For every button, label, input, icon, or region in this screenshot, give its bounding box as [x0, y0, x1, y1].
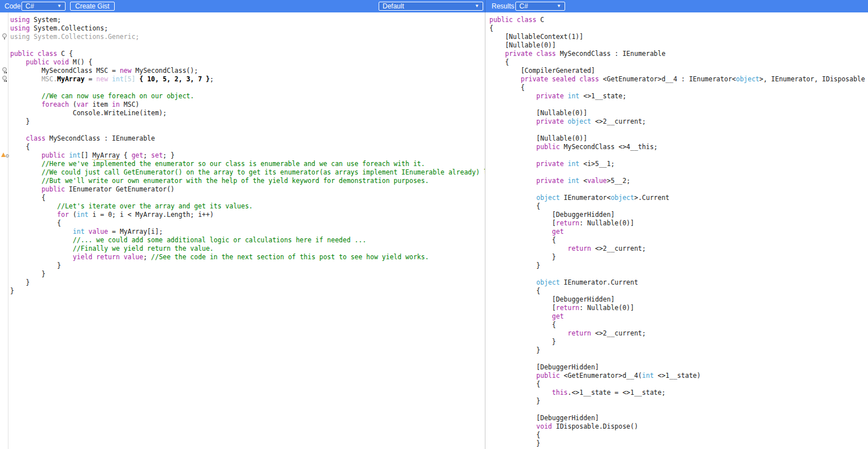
- code-line: object IEnumerator<object>.Current: [489, 194, 868, 202]
- code-line: }: [489, 439, 868, 448]
- code-line: return <>2__current;: [489, 245, 868, 253]
- code-line: using System.Collections;: [10, 24, 485, 33]
- code-line: }: [489, 253, 868, 261]
- lightbulb-plus-icon[interactable]: [1, 76, 8, 82]
- results-section-label: Results: [492, 0, 514, 12]
- code-line: [DebuggerHidden]: [489, 414, 868, 422]
- code-line: [489, 185, 868, 194]
- code-line: private object <>2__current;: [489, 117, 868, 126]
- code-language-value: C#: [25, 2, 34, 10]
- code-line: }: [10, 278, 485, 287]
- code-line: [10, 126, 485, 134]
- toolbar: Code C# ▼ Create Gist Default ▼ Results …: [0, 0, 868, 12]
- code-line: }: [489, 346, 868, 355]
- create-gist-button[interactable]: Create Gist: [70, 2, 115, 11]
- warning-lightbulb-icon[interactable]: [1, 152, 8, 159]
- code-line: [DebuggerHidden]: [489, 211, 868, 219]
- code-line: [return: Nullable(0)]: [489, 219, 868, 228]
- code-line: using System;: [10, 16, 485, 24]
- code-line: [Nullable(0)]: [489, 41, 868, 50]
- main-area: using System;using System.Collections;us…: [0, 12, 868, 449]
- code-language-select[interactable]: C# ▼: [21, 2, 66, 11]
- code-line: Console.WriteLine(item);: [10, 109, 485, 117]
- code-line: private int <>1__state;: [489, 92, 868, 101]
- code-line: [CompilerGenerated]: [489, 67, 868, 75]
- code-line: {: [10, 194, 485, 202]
- code-line: [489, 101, 868, 109]
- code-line: {: [489, 236, 868, 245]
- header-divider: [485, 0, 485, 12]
- code-line: get: [489, 312, 868, 321]
- code-line: //We can now use foreach on our object.: [10, 92, 485, 101]
- code-line: }: [10, 117, 485, 126]
- code-editor[interactable]: using System;using System.Collections;us…: [10, 16, 485, 295]
- code-line: object IEnumerator.Current: [489, 278, 868, 287]
- code-line: int value = MyArray[i];: [10, 228, 485, 236]
- code-line: {: [489, 84, 868, 92]
- code-line: [489, 151, 868, 160]
- lightbulb-plus-icon[interactable]: [1, 67, 8, 74]
- code-line: {: [489, 58, 868, 67]
- results-language-select[interactable]: C# ▼: [515, 2, 565, 11]
- code-line: foreach (var item in MSC): [10, 101, 485, 109]
- code-line: yield return value; //See the code in th…: [10, 253, 485, 261]
- code-line: [DebuggerHidden]: [489, 363, 868, 372]
- code-line: [return: Nullable(0)]: [489, 304, 868, 312]
- code-line: return <>2__current;: [489, 329, 868, 338]
- code-section-label: Code: [5, 0, 21, 12]
- code-line: private int <value>5__2;: [489, 177, 868, 185]
- code-line: {: [10, 143, 485, 151]
- code-line: //But we'll write our own enumerator wit…: [10, 177, 485, 185]
- code-line: //Finally we yield return the value.: [10, 245, 485, 253]
- lightbulb-icon[interactable]: [1, 33, 8, 40]
- code-line: void IDisposable.Dispose(): [489, 422, 868, 431]
- code-line: }: [10, 270, 485, 278]
- code-line: [Nullable(0)]: [489, 134, 868, 143]
- code-editor-panel[interactable]: using System;using System.Collections;us…: [0, 12, 485, 449]
- chevron-down-icon: ▼: [57, 2, 62, 10]
- code-line: [489, 126, 868, 134]
- code-line: {: [489, 431, 868, 439]
- code-line: get: [489, 228, 868, 236]
- code-line: }: [489, 397, 868, 406]
- code-line: //We could just call GetEnumerator() on …: [10, 168, 485, 177]
- code-line: {: [489, 321, 868, 329]
- code-line: }: [10, 261, 485, 270]
- code-line: private sealed class <GetEnumerator>d__4…: [489, 75, 868, 84]
- code-line: MySecondClass MSC = new MySecondClass();: [10, 67, 485, 75]
- code-line: }: [489, 261, 868, 270]
- code-line: {: [489, 202, 868, 211]
- code-line: }: [10, 287, 485, 295]
- code-line: using System.Collections.Generic;: [10, 33, 485, 41]
- code-line: MSC.MyArray = new int[5] { 10, 5, 2, 3, …: [10, 75, 485, 84]
- code-line: class MySecondClass : IEnumerable: [10, 134, 485, 143]
- decompiled-output: public class C{ [NullableContext(1)] [Nu…: [489, 16, 868, 448]
- code-line: {: [10, 219, 485, 228]
- code-line: }: [489, 338, 868, 346]
- code-line: [10, 84, 485, 92]
- code-line: [NullableContext(1)]: [489, 33, 868, 41]
- code-line: public MySecondClass <>4__this;: [489, 143, 868, 151]
- chevron-down-icon: ▼: [557, 2, 561, 10]
- code-line: public class C: [489, 16, 868, 24]
- code-line: {: [489, 287, 868, 295]
- editor-gutter: [0, 12, 8, 449]
- results-panel: public class C{ [NullableContext(1)] [Nu…: [485, 12, 868, 449]
- code-line: //... we could add some additional logic…: [10, 236, 485, 245]
- code-line: [489, 406, 868, 414]
- code-line: this.<>1__state = <>1__state;: [489, 389, 868, 397]
- code-line: {: [489, 24, 868, 33]
- code-line: //Let's iterate over the array and get i…: [10, 202, 485, 211]
- code-line: private class MySecondClass : IEnumerabl…: [489, 50, 868, 58]
- code-line: public void M() {: [10, 58, 485, 67]
- code-line: [489, 168, 868, 177]
- code-line: [Nullable(0)]: [489, 109, 868, 117]
- code-line: for (int i = 0; i < MyArray.Length; i++): [10, 211, 485, 219]
- code-line: [DebuggerHidden]: [489, 295, 868, 304]
- code-line: [489, 270, 868, 278]
- code-line: //Here we've implemented the enumerator …: [10, 160, 485, 168]
- code-line: [10, 41, 485, 50]
- branch-select[interactable]: Default ▼: [379, 2, 483, 11]
- code-line: public IEnumerator GetEnumerator(): [10, 185, 485, 194]
- code-line: private int <i>5__1;: [489, 160, 868, 168]
